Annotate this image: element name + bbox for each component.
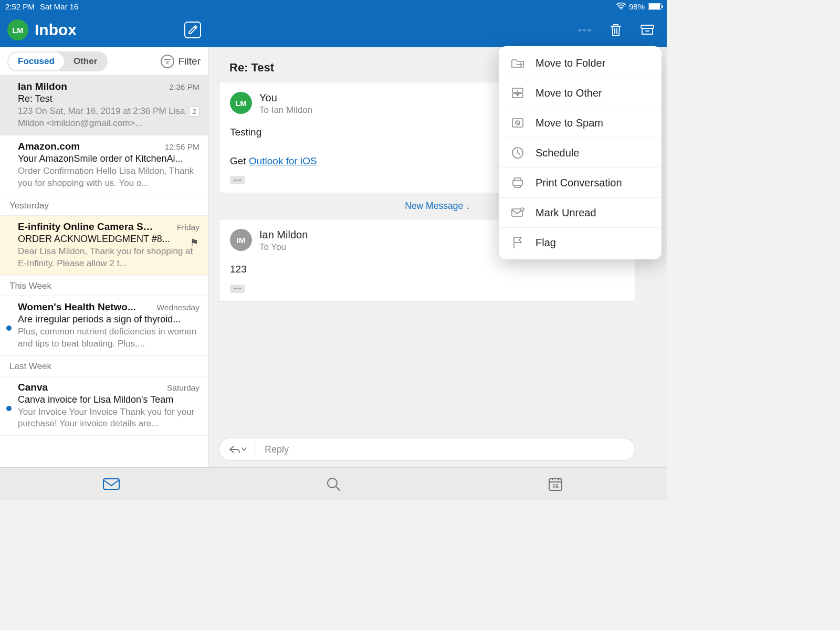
svg-point-8 bbox=[521, 208, 524, 211]
message-avatar: IM bbox=[230, 229, 252, 251]
folder-icon bbox=[510, 56, 525, 70]
menu-label: Mark Unread bbox=[536, 207, 596, 219]
mail-subject: Are irregular periods a sign of thyroid.… bbox=[18, 314, 191, 325]
status-bar: 2:52 PM Sat Mar 16 98% bbox=[0, 0, 667, 13]
mail-preview: Dear Lisa Mildon, Thank you for shopping… bbox=[18, 246, 200, 270]
status-time: 2:52 PM bbox=[5, 2, 35, 11]
outlook-ios-link[interactable]: Outlook for iOS bbox=[249, 155, 317, 166]
account-avatar[interactable]: LM bbox=[7, 19, 28, 40]
mail-sender: E-infinity Online Camera St... bbox=[18, 221, 154, 233]
mail-item[interactable]: Amazon.com12:56 PM Your AmazonSmile orde… bbox=[0, 135, 208, 195]
delete-button[interactable] bbox=[608, 22, 624, 38]
mail-item[interactable]: Women's Health Netwo...Wednesday Are irr… bbox=[0, 296, 208, 356]
menu-label: Move to Spam bbox=[536, 117, 603, 129]
svg-rect-1 bbox=[641, 25, 654, 28]
quoted-text-toggle[interactable] bbox=[230, 285, 245, 293]
archive-button[interactable] bbox=[639, 22, 655, 38]
unread-dot-icon bbox=[6, 326, 12, 331]
mail-time: 2:36 PM bbox=[169, 82, 200, 92]
filter-icon bbox=[161, 55, 174, 68]
compose-button[interactable] bbox=[184, 22, 201, 38]
battery-icon bbox=[648, 3, 662, 10]
section-header: Yesterday bbox=[0, 195, 208, 216]
menu-label: Move to Folder bbox=[536, 57, 605, 69]
flag-icon bbox=[510, 235, 525, 250]
unread-dot-icon bbox=[6, 406, 12, 411]
actions-popover: Move to Folder Move to Other Move to Spa… bbox=[499, 46, 662, 259]
mail-subject: Your AmazonSmile order of KitchenAi... bbox=[18, 153, 191, 164]
spam-icon bbox=[510, 116, 525, 130]
mail-sender: Canva bbox=[18, 382, 48, 393]
menu-print-conversation[interactable]: Print Conversation bbox=[499, 168, 662, 198]
menu-label: Flag bbox=[536, 237, 556, 249]
bottom-tab-bar: 16 bbox=[0, 467, 667, 500]
mail-preview: 123 On Sat, Mar 16, 2019 at 2:36 PM Lisa… bbox=[18, 106, 200, 130]
mail-sender: Women's Health Netwo... bbox=[18, 301, 136, 313]
move-other-icon bbox=[510, 86, 525, 100]
menu-mark-unread[interactable]: Mark Unread bbox=[499, 198, 662, 228]
tab-search[interactable] bbox=[222, 468, 444, 500]
mail-time: Saturday bbox=[167, 383, 200, 393]
message-to: To Ian Mildon bbox=[259, 105, 312, 116]
mail-subject: ORDER ACKNOWLEDGMENT #8... bbox=[18, 234, 170, 245]
list-toolbar: Focused Other Filter bbox=[0, 47, 208, 76]
section-header: This Week bbox=[0, 276, 208, 296]
menu-label: Print Conversation bbox=[536, 177, 622, 189]
menu-label: Move to Other bbox=[536, 87, 602, 99]
wifi-icon bbox=[616, 3, 626, 10]
thread-count-badge: 2 bbox=[189, 106, 200, 117]
menu-flag[interactable]: Flag bbox=[499, 228, 662, 257]
menu-schedule[interactable]: Schedule bbox=[499, 138, 662, 168]
menu-move-to-spam[interactable]: Move to Spam bbox=[499, 108, 662, 138]
clock-icon bbox=[510, 145, 525, 160]
filter-button[interactable]: Filter bbox=[161, 55, 201, 68]
focused-other-toggle[interactable]: Focused Other bbox=[7, 51, 108, 71]
message-body: 123 bbox=[230, 262, 624, 277]
reply-mode-button[interactable] bbox=[219, 438, 256, 460]
folder-title: Inbox bbox=[35, 21, 77, 39]
mail-item[interactable]: E-infinity Online Camera St...Friday ORD… bbox=[0, 216, 208, 276]
svg-rect-9 bbox=[103, 479, 119, 489]
menu-move-to-other[interactable]: Move to Other bbox=[499, 78, 662, 108]
tab-other[interactable]: Other bbox=[64, 52, 107, 70]
mail-time: Wednesday bbox=[156, 303, 200, 312]
mail-subject: Re: Test bbox=[18, 93, 191, 104]
reply-bar: Reply bbox=[219, 438, 635, 461]
mail-time: Friday bbox=[177, 223, 200, 232]
menu-label: Schedule bbox=[536, 147, 579, 159]
reply-input[interactable]: Reply bbox=[256, 444, 635, 455]
app-header: LM Inbox bbox=[0, 13, 667, 47]
mail-subject: Canva invoice for Lisa Mildon's Team bbox=[18, 394, 191, 405]
filter-label: Filter bbox=[178, 56, 201, 67]
mail-preview: Order Confirmation Hello Lisa Mildon, Th… bbox=[18, 165, 200, 190]
mail-item[interactable]: CanvaSaturday Canva invoice for Lisa Mil… bbox=[0, 376, 208, 436]
status-date: Sat Mar 16 bbox=[40, 2, 78, 11]
printer-icon bbox=[510, 175, 525, 190]
tab-focused[interactable]: Focused bbox=[8, 52, 64, 70]
svg-point-0 bbox=[621, 8, 622, 10]
battery-pct: 98% bbox=[629, 2, 645, 11]
mail-preview: Your Invoice Your Invoice Thank you for … bbox=[18, 406, 200, 430]
flag-icon: ⚑ bbox=[190, 237, 198, 248]
mail-unread-icon bbox=[510, 205, 525, 220]
message-from: You bbox=[259, 92, 312, 104]
more-actions-button[interactable] bbox=[576, 22, 592, 38]
mail-preview: Plus, common nutrient deficiencies in wo… bbox=[18, 326, 200, 350]
message-avatar: LM bbox=[230, 92, 252, 114]
mail-time: 12:56 PM bbox=[165, 142, 200, 152]
section-header: Last Week bbox=[0, 356, 208, 376]
message-to: To You bbox=[259, 242, 308, 253]
mail-item[interactable]: Ian Mildon2:36 PM Re: Test 123 On Sat, M… bbox=[0, 76, 208, 135]
tab-mail[interactable] bbox=[0, 468, 222, 500]
message-body-line: Get bbox=[230, 155, 249, 166]
tab-calendar[interactable]: 16 bbox=[445, 468, 667, 500]
message-from: Ian Mildon bbox=[259, 229, 308, 241]
mail-sender: Amazon.com bbox=[18, 141, 80, 152]
mail-sender: Ian Mildon bbox=[18, 81, 67, 92]
quoted-text-toggle[interactable] bbox=[230, 176, 245, 184]
message-list-pane: Focused Other Filter Ian Mildon2:36 PM R… bbox=[0, 47, 208, 467]
svg-text:16: 16 bbox=[552, 483, 559, 489]
menu-move-to-folder[interactable]: Move to Folder bbox=[499, 48, 662, 78]
